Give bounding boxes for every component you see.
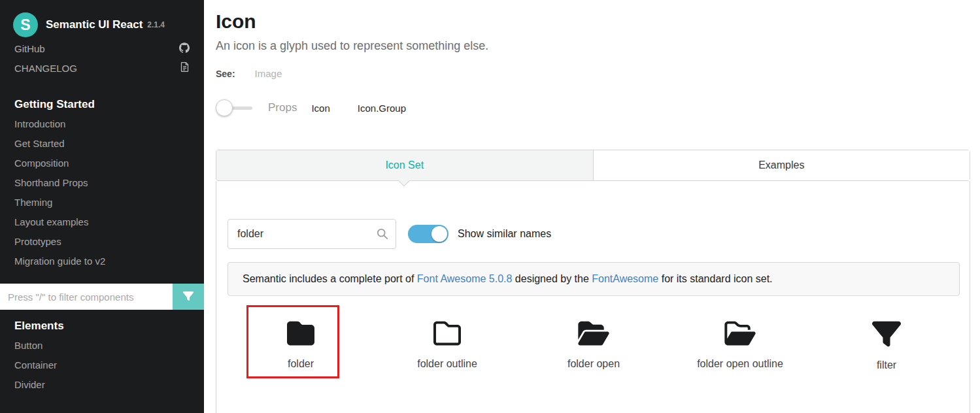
see-label: See: (216, 69, 235, 79)
sidebar-item-prototypes[interactable]: Prototypes (0, 232, 204, 252)
sidebar-item-container[interactable]: Container (0, 355, 204, 375)
github-icon (179, 42, 190, 55)
props-toggle[interactable] (216, 99, 252, 116)
page-subtitle: An icon is a glyph used to represent som… (216, 39, 488, 53)
icon-search-row: Show similar names (228, 219, 551, 249)
tab-menu: Icon Set Examples (216, 150, 970, 181)
sidebar-item-changelog[interactable]: CHANGELOG (0, 58, 204, 78)
sidebar-item-theming[interactable]: Theming (0, 193, 204, 212)
icon-search-input[interactable] (228, 219, 396, 249)
font-awesome-info-message: Semantic includes a complete port of Fon… (228, 262, 960, 296)
page-title: Icon (216, 10, 256, 33)
props-toggle-knob (216, 99, 233, 116)
sidebar-item-shorthand-props[interactable]: Shorthand Props (0, 173, 204, 193)
sidebar-item-migration-guide[interactable]: Migration guide to v2 (0, 252, 204, 271)
sidebar-item-layout-examples[interactable]: Layout examples (0, 212, 204, 232)
icon-result-folder[interactable]: folder (228, 305, 374, 371)
show-similar-label: Show similar names (458, 228, 551, 240)
sidebar-item-divider[interactable]: Divider (0, 375, 204, 395)
filter-components-input[interactable] (0, 284, 173, 310)
props-link-icon[interactable]: Icon (311, 103, 329, 114)
icon-results-grid: folder folder outline folder open folder… (228, 305, 960, 371)
sidebar-item-button[interactable]: Button (0, 336, 204, 355)
brand-title: Semantic UI React (46, 18, 143, 31)
icon-result-label: filter (877, 359, 896, 371)
icon-set-pane: Show similar names Semantic includes a c… (216, 181, 970, 413)
sidebar-item-github[interactable]: GitHub (0, 39, 204, 58)
props-row: Props Icon Icon.Group (216, 98, 406, 118)
changelog-file-icon (180, 61, 190, 74)
brand[interactable]: S Semantic UI React 2.1.4 (0, 0, 204, 39)
svg-text:S: S (20, 16, 30, 33)
icon-result-filter[interactable]: filter (813, 305, 960, 371)
show-similar-toggle[interactable] (408, 225, 448, 243)
filter-funnel-icon (183, 291, 194, 303)
filter-icon (872, 320, 901, 348)
semantic-ui-logo-icon: S (13, 12, 38, 37)
font-awesome-link[interactable]: FontAwesome (592, 273, 658, 284)
tab-icon-set-label: Icon Set (385, 159, 424, 171)
tab-examples-label: Examples (758, 159, 804, 171)
icon-result-label: folder (288, 358, 314, 370)
folder-open-icon (577, 320, 611, 347)
github-link-label: GitHub (14, 43, 45, 54)
folder-open-outline-icon (723, 320, 757, 347)
section-heading-elements: Elements (0, 316, 204, 336)
icon-result-folder-open-outline[interactable]: folder open outline (667, 305, 813, 371)
search-icon (377, 228, 388, 242)
main-content: Icon An icon is a glyph used to represen… (204, 0, 980, 413)
show-similar-toggle-knob (431, 226, 447, 242)
icon-result-folder-open[interactable]: folder open (520, 305, 667, 371)
sidebar-item-composition[interactable]: Composition (0, 154, 204, 173)
see-link-image[interactable]: Image (255, 68, 282, 79)
tab-examples[interactable]: Examples (594, 150, 970, 180)
sidebar: S Semantic UI React 2.1.4 GitHub CHANGEL… (0, 0, 204, 413)
brand-version: 2.1.4 (147, 20, 165, 29)
folder-icon (285, 320, 316, 347)
icon-result-label: folder open outline (697, 358, 783, 370)
props-link-icon-group[interactable]: Icon.Group (358, 103, 406, 114)
icon-result-label: folder outline (417, 358, 477, 370)
icon-search-field (228, 219, 396, 249)
sidebar-item-get-started[interactable]: Get Started (0, 134, 204, 154)
filter-button[interactable] (173, 284, 204, 310)
font-awesome-version-link[interactable]: Font Awesome 5.0.8 (417, 273, 513, 284)
info-text-part2: designed by the (512, 273, 592, 284)
icon-result-label: folder open (567, 358, 620, 370)
component-filter (0, 284, 204, 310)
info-text-part3: for its standard icon set. (658, 273, 772, 284)
sidebar-item-introduction[interactable]: Introduction (0, 114, 204, 134)
see-also-row: See: Image (216, 68, 282, 79)
changelog-link-label: CHANGELOG (14, 63, 77, 74)
icon-result-folder-outline[interactable]: folder outline (374, 305, 520, 371)
section-heading-getting-started: Getting Started (0, 95, 204, 114)
info-text-part1: Semantic includes a complete port of (243, 273, 417, 284)
props-label: Props (268, 101, 297, 114)
info-text: Semantic includes a complete port of Fon… (243, 273, 773, 285)
folder-outline-icon (431, 320, 463, 347)
